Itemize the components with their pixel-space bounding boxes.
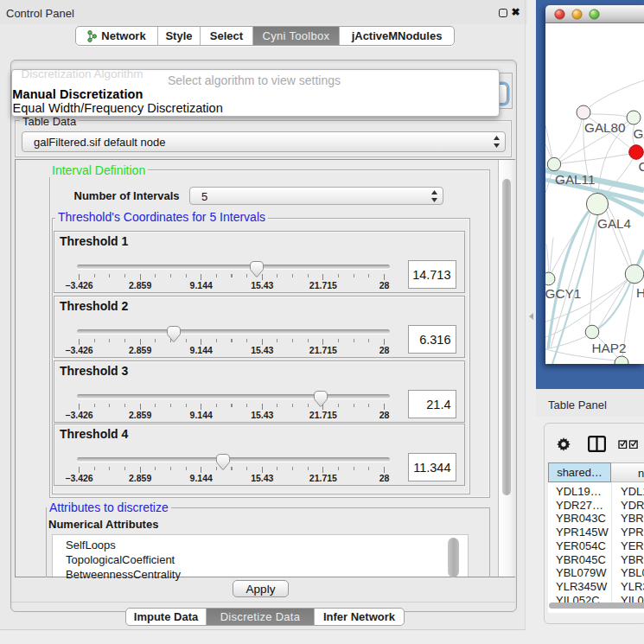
svg-text:GCY1: GCY1 bbox=[545, 286, 581, 301]
svg-text:GA: GA bbox=[634, 126, 644, 141]
svg-text:H: H bbox=[636, 285, 644, 300]
svg-text:GAL4: GAL4 bbox=[597, 216, 632, 231]
svg-text:GAL80: GAL80 bbox=[584, 120, 626, 135]
svg-text:C: C bbox=[639, 159, 644, 174]
svg-text:GAL11: GAL11 bbox=[555, 172, 596, 187]
svg-text:HAP2: HAP2 bbox=[592, 341, 627, 355]
